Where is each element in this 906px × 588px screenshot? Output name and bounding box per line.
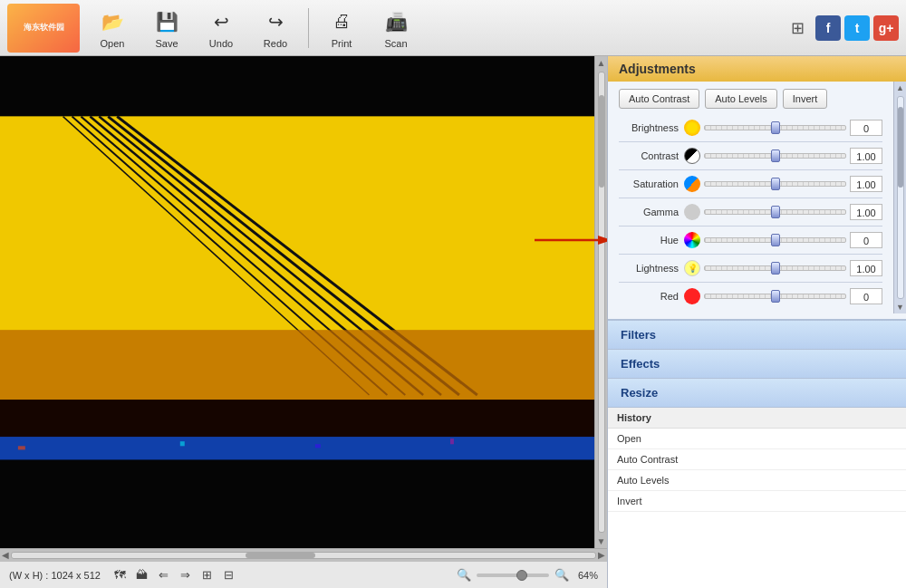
adj-content: Auto Contrast Auto Levels Invert Brightn…	[608, 82, 893, 313]
facebook-icon[interactable]: f	[815, 15, 841, 41]
vertical-scrollbar[interactable]: ▲ ▼	[594, 56, 607, 548]
auto-contrast-button[interactable]: Auto Contrast	[619, 89, 699, 109]
red-value[interactable]: 0	[850, 288, 882, 304]
scroll-left-arrow[interactable]: ◀	[2, 550, 9, 560]
contrast-value[interactable]: 1.00	[850, 148, 882, 164]
adj-scroll-up[interactable]: ▲	[894, 82, 906, 94]
divider-4	[619, 226, 882, 227]
grid-view-icon[interactable]: ⊞	[198, 566, 217, 584]
separator-1	[308, 8, 309, 48]
lightness-thumb[interactable]	[771, 262, 780, 275]
zoom-controls: 🔍 🔍 64%	[455, 566, 598, 584]
scroll-x-thumb[interactable]	[246, 553, 315, 558]
adj-top-buttons: Auto Contrast Auto Levels Invert	[619, 89, 882, 109]
contrast-thumb[interactable]	[771, 149, 780, 162]
history-item[interactable]: Auto Contrast	[608, 449, 906, 470]
history-item[interactable]: Open	[608, 429, 906, 449]
gamma-slider[interactable]	[704, 206, 846, 218]
brightness-thumb[interactable]	[771, 121, 780, 134]
zoom-out-icon[interactable]: 🔍	[455, 566, 473, 584]
scroll-down-arrow[interactable]: ▼	[595, 535, 607, 548]
hue-value[interactable]: 0	[850, 232, 882, 248]
nav-icon-1[interactable]: 🗺	[111, 566, 130, 584]
effects-section: Effects	[608, 350, 906, 379]
svg-rect-11	[0, 437, 594, 460]
redo-icon: ↪	[261, 7, 290, 36]
open-button[interactable]: 📂 Open	[87, 4, 138, 53]
canvas-area: ▲ ▼ ◀ ▶ (W x H) : 1024 x 512 🗺 🏔 ⇐ ⇒	[0, 56, 607, 588]
svg-rect-1	[0, 117, 594, 331]
scan-label: Scan	[384, 38, 407, 49]
scroll-x-track[interactable]	[11, 552, 596, 559]
print-button[interactable]: 🖨 Print	[316, 4, 367, 53]
saturation-slider[interactable]	[704, 178, 846, 190]
status-bar: (W x H) : 1024 x 512 🗺 🏔 ⇐ ⇒ ⊞ ⊟ 🔍 🔍 64%	[0, 561, 607, 588]
brightness-slider[interactable]	[704, 121, 846, 134]
zoom-slider[interactable]	[477, 574, 549, 577]
scroll-right-arrow[interactable]: ▶	[598, 550, 605, 560]
flip-v-icon[interactable]: ⇒	[177, 566, 195, 584]
history-item[interactable]: Invert	[608, 491, 906, 512]
twitter-icon[interactable]: t	[844, 15, 870, 41]
scroll-y-track[interactable]	[598, 72, 605, 533]
contrast-icon	[684, 148, 700, 164]
hue-thumb[interactable]	[771, 234, 780, 246]
invert-button[interactable]: Invert	[783, 89, 828, 109]
adj-scroll-down[interactable]: ▼	[894, 301, 906, 313]
saturation-value[interactable]: 1.00	[850, 176, 882, 192]
hue-row: Hue 0	[619, 230, 882, 250]
gamma-label: Gamma	[619, 207, 684, 217]
scan-button[interactable]: 📠 Scan	[371, 4, 421, 53]
zoom-thumb[interactable]	[516, 570, 527, 581]
image-overlay	[0, 56, 594, 548]
googleplus-icon[interactable]: g+	[873, 15, 899, 41]
brightness-value[interactable]: 0	[850, 120, 882, 136]
svg-line-7	[72, 117, 388, 395]
gamma-value[interactable]: 1.00	[850, 204, 882, 220]
grid-icon[interactable]: ⊞	[791, 18, 805, 38]
flip-h-icon[interactable]: ⇐	[155, 566, 173, 584]
resize-header[interactable]: Resize	[608, 379, 906, 407]
open-label: Open	[101, 38, 125, 49]
adj-scrollbar[interactable]: ▲ ▼	[893, 82, 906, 313]
canvas-image	[0, 56, 594, 548]
svg-line-8	[63, 117, 370, 395]
image-container	[0, 56, 594, 548]
history-panel: History OpenAuto ContrastAuto LevelsInve…	[608, 408, 906, 588]
red-thumb[interactable]	[771, 290, 780, 303]
scroll-up-arrow[interactable]: ▲	[595, 56, 607, 70]
red-slider[interactable]	[704, 290, 846, 303]
lightness-icon: 💡	[684, 260, 700, 276]
undo-button[interactable]: ↩ Undo	[196, 4, 246, 53]
canvas-scroll[interactable]: ▲ ▼	[0, 56, 607, 548]
hue-slider[interactable]	[704, 234, 846, 246]
social-icons: ⊞ f t g+	[791, 15, 899, 41]
zoom-in-icon[interactable]: 🔍	[553, 566, 571, 584]
filters-header[interactable]: Filters	[608, 321, 906, 349]
gamma-row: Gamma 1.00	[619, 202, 882, 222]
history-item[interactable]: Auto Levels	[608, 470, 906, 491]
adj-sb-thumb[interactable]	[898, 107, 903, 188]
scroll-y-thumb[interactable]	[599, 95, 604, 187]
lightness-row: Lightness 💡 1.00	[619, 258, 882, 278]
gamma-thumb[interactable]	[771, 206, 780, 218]
svg-rect-14	[180, 441, 185, 446]
adjustments-header: Adjustments	[608, 56, 906, 82]
nav-icon-2[interactable]: 🏔	[133, 566, 151, 584]
lightness-value[interactable]: 1.00	[850, 260, 882, 276]
adj-sb-track[interactable]	[897, 96, 904, 299]
red-row: Red 0	[619, 286, 882, 306]
effects-header[interactable]: Effects	[608, 350, 906, 378]
contrast-slider[interactable]	[704, 149, 846, 162]
saturation-thumb[interactable]	[771, 178, 780, 190]
redo-button[interactable]: ↪ Redo	[250, 4, 301, 53]
horizontal-scrollbar[interactable]: ◀ ▶	[0, 548, 607, 561]
auto-levels-button[interactable]: Auto Levels	[705, 89, 776, 109]
grid-view-icon2[interactable]: ⊟	[220, 566, 238, 584]
lightness-slider[interactable]	[704, 262, 846, 275]
svg-rect-12	[0, 460, 594, 548]
main-layout: ▲ ▼ ◀ ▶ (W x H) : 1024 x 512 🗺 🏔 ⇐ ⇒	[0, 56, 906, 588]
save-button[interactable]: 💾 Save	[141, 4, 192, 53]
filters-label: Filters	[621, 328, 656, 342]
hue-icon	[684, 232, 700, 248]
